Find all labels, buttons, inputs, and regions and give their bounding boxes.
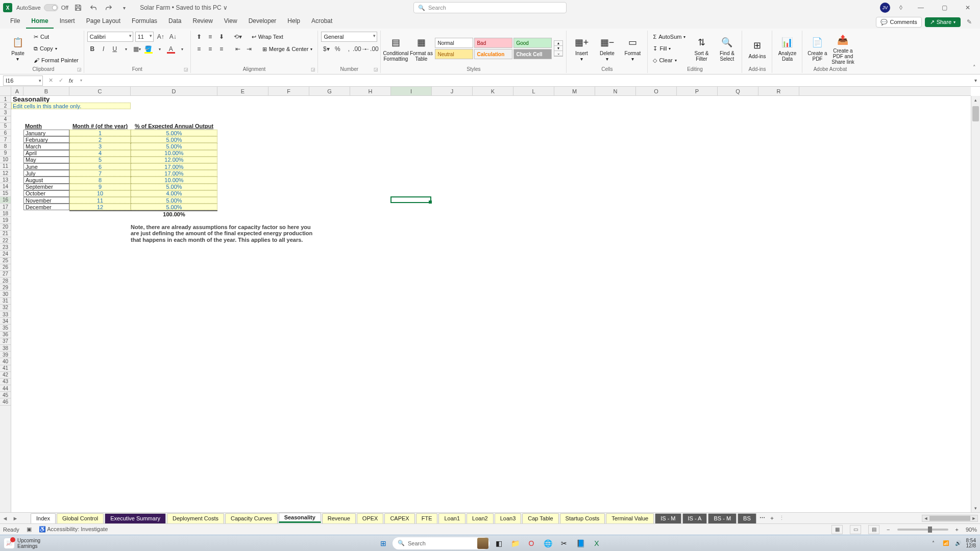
column-header-A[interactable]: A xyxy=(11,87,23,95)
column-header-Q[interactable]: Q xyxy=(718,87,758,95)
cell-B16[interactable]: November xyxy=(23,197,69,204)
document-title[interactable]: Solar Farm • Saved to this PC ∨ xyxy=(140,4,228,11)
horizontal-scrollbar[interactable]: ◄ ► xyxy=(922,515,978,522)
collapse-ribbon-icon[interactable]: ˄ xyxy=(973,64,976,71)
share-button[interactable]: ↗ Share ▾ xyxy=(925,17,961,27)
accounting-format-icon[interactable]: $▾ xyxy=(321,44,331,54)
row-header-24[interactable]: 24 xyxy=(0,251,11,257)
worksheet-grid[interactable]: ABCDEFGHIJKLMNOPQR 123456789101112131415… xyxy=(0,87,980,512)
ribbon-tab-view[interactable]: View xyxy=(219,15,242,29)
font-name-combo[interactable]: Calibri▾ xyxy=(87,32,133,42)
more-tabs-icon[interactable]: ⋯ xyxy=(760,515,765,521)
ribbon-tab-review[interactable]: Review xyxy=(187,15,217,29)
align-bottom-icon[interactable]: ⬇ xyxy=(216,32,227,42)
column-headers[interactable]: ABCDEFGHIJKLMNOPQR xyxy=(0,87,971,96)
row-header-1[interactable]: 1 xyxy=(0,96,11,103)
column-header-F[interactable]: F xyxy=(268,87,309,95)
sheet-tab-loan3[interactable]: Loan3 xyxy=(495,513,522,523)
notepad-icon[interactable]: 📘 xyxy=(573,537,587,549)
decrease-indent-icon[interactable]: ⇤ xyxy=(233,44,243,54)
row-header-32[interactable]: 32 xyxy=(0,305,11,311)
sheet-tab-is-a[interactable]: IS - A xyxy=(682,513,707,523)
widgets-button[interactable]: 📈 Upcoming Earnings xyxy=(4,538,40,549)
tab-scroll-left-icon[interactable]: ◄ xyxy=(0,513,10,524)
sort-filter-button[interactable]: ⇅Sort & Filter xyxy=(690,32,713,65)
create-pdf-button[interactable]: 📄Create a PDF xyxy=(805,32,829,65)
column-header-J[interactable]: J xyxy=(432,87,473,95)
ribbon-tab-page-layout[interactable]: Page Layout xyxy=(81,15,126,29)
addins-button[interactable]: ⊞Add-ins xyxy=(745,32,769,65)
row-header-22[interactable]: 22 xyxy=(0,237,11,244)
number-format-combo[interactable]: General▾ xyxy=(321,32,377,42)
font-size-combo[interactable]: 11▾ xyxy=(135,32,154,42)
row-header-44[interactable]: 44 xyxy=(0,385,11,392)
ribbon-tab-data[interactable]: Data xyxy=(163,15,186,29)
underline-button[interactable]: U xyxy=(110,44,120,54)
sheet-tab-global-control[interactable]: Global Control xyxy=(57,513,104,523)
sheet-tab-capex[interactable]: CAPEX xyxy=(384,513,414,523)
row-header-16[interactable]: 16 xyxy=(0,197,11,204)
cell-D14[interactable]: 5.00% xyxy=(131,184,217,190)
row-header-39[interactable]: 39 xyxy=(0,352,11,358)
cell-B11[interactable]: June xyxy=(23,163,69,170)
cell-A2[interactable]: Edit cells in this shade only. xyxy=(11,103,131,109)
fill-color-button[interactable]: 🪣 xyxy=(143,44,154,54)
row-header-18[interactable]: 18 xyxy=(0,210,11,217)
volume-icon[interactable]: 🔊 xyxy=(954,540,962,546)
column-header-O[interactable]: O xyxy=(636,87,677,95)
zoom-slider[interactable] xyxy=(897,529,948,531)
cell-A1[interactable]: Seasonality xyxy=(11,96,131,103)
dialog-launcher-icon[interactable]: ◲ xyxy=(77,67,82,72)
format-cells-button[interactable]: ▭Format▾ xyxy=(621,32,644,65)
zoom-out-icon[interactable]: − xyxy=(887,527,890,533)
row-header-25[interactable]: 25 xyxy=(0,258,11,264)
cell-B12[interactable]: July xyxy=(23,170,69,177)
cell-D16[interactable]: 5.00% xyxy=(131,197,217,204)
style-check-cell[interactable]: Check Cell xyxy=(513,49,552,59)
align-top-icon[interactable]: ⬆ xyxy=(194,32,204,42)
taskbar-search[interactable]: 🔍 Search xyxy=(393,537,489,549)
column-header-L[interactable]: L xyxy=(513,87,554,95)
delete-cells-button[interactable]: ▦−Delete▾ xyxy=(595,32,619,65)
style-calculation[interactable]: Calculation xyxy=(474,49,512,59)
row-header-37[interactable]: 37 xyxy=(0,338,11,345)
fill-button[interactable]: ↧Fill▾ xyxy=(651,43,688,54)
row-header-43[interactable]: 43 xyxy=(0,379,11,385)
tab-scroll-right-icon[interactable]: ► xyxy=(10,513,20,524)
cell-D8[interactable]: 5.00% xyxy=(131,143,217,149)
hscroll-left-icon[interactable]: ◄ xyxy=(922,516,929,521)
row-header-6[interactable]: 6 xyxy=(0,130,11,136)
column-header-C[interactable]: C xyxy=(69,87,131,95)
row-header-17[interactable]: 17 xyxy=(0,204,11,210)
style-normal[interactable]: Normal xyxy=(435,38,473,48)
style-neutral[interactable]: Neutral xyxy=(435,49,473,59)
ribbon-tab-formulas[interactable]: Formulas xyxy=(127,15,162,29)
row-header-29[interactable]: 29 xyxy=(0,284,11,291)
sheet-tab-opex[interactable]: OPEX xyxy=(357,513,384,523)
cancel-formula-icon[interactable]: ✕ xyxy=(46,77,55,84)
snip-icon[interactable]: ✂ xyxy=(557,537,571,549)
cell-C5[interactable]: Month # (of the year) xyxy=(69,123,131,130)
row-header-2[interactable]: 2 xyxy=(0,103,11,109)
align-center-icon[interactable]: ≡ xyxy=(205,44,215,54)
row-header-11[interactable]: 11 xyxy=(0,163,11,170)
cell-D17[interactable]: 5.00% xyxy=(131,204,217,210)
row-header-8[interactable]: 8 xyxy=(0,143,11,149)
qat-customize-icon[interactable]: ▾ xyxy=(118,2,130,13)
accessibility-status[interactable]: ♿ Accessibility: Investigate xyxy=(39,526,108,533)
row-header-41[interactable]: 41 xyxy=(0,365,11,372)
styles-gallery-scroll[interactable]: ▴▾⌄ xyxy=(554,40,563,57)
cell-B6[interactable]: January xyxy=(23,130,69,136)
row-header-23[interactable]: 23 xyxy=(0,244,11,251)
cell-C11[interactable]: 6 xyxy=(69,163,131,170)
row-header-35[interactable]: 35 xyxy=(0,324,11,331)
sheet-tab-deployment-costs[interactable]: Deployment Costs xyxy=(167,513,224,523)
row-header-42[interactable]: 42 xyxy=(0,372,11,379)
row-header-19[interactable]: 19 xyxy=(0,217,11,223)
clear-button[interactable]: ◇Clear▾ xyxy=(651,55,688,65)
cell-C14[interactable]: 9 xyxy=(69,184,131,190)
ribbon-tab-file[interactable]: File xyxy=(5,15,25,29)
fx-icon[interactable]: fx xyxy=(66,78,76,84)
cell-D11[interactable]: 17.00% xyxy=(131,163,217,170)
name-box[interactable]: I16▾ xyxy=(3,76,43,86)
